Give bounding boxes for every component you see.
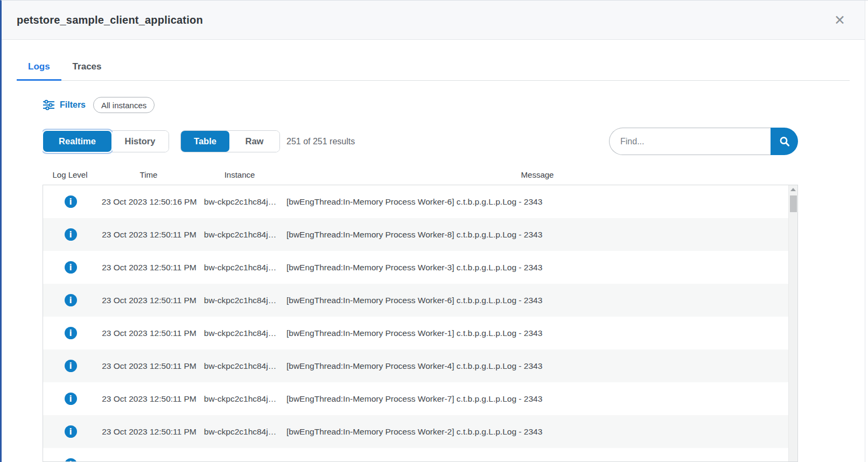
search-box: [609, 128, 798, 155]
log-rows: i23 Oct 2023 12:50:16 PMbw-ckpc2c1hc84j……: [43, 185, 788, 462]
filters-button[interactable]: Filters: [43, 100, 86, 110]
info-icon: i: [65, 261, 77, 274]
table-header-row: Log Level Time Instance Message: [43, 170, 798, 179]
search-input[interactable]: [609, 128, 771, 155]
tab-bar: Logs Traces: [17, 56, 850, 81]
info-icon: i: [65, 294, 77, 306]
log-level-cell: i: [43, 393, 98, 405]
raw-button[interactable]: Raw: [229, 131, 279, 152]
message-cell: [bwEngThread:In-Memory Process Worker-6]…: [280, 296, 788, 305]
message-cell: [bwEngThread:In-Memory Process Worker-3]…: [280, 263, 788, 272]
instance-cell: bw-ckpc2c1hc84j…: [200, 427, 280, 437]
application-log-dialog: petstore_sample_client_application ✕ Log…: [0, 0, 868, 462]
table-row[interactable]: i23 Oct 2023 12:50:11 PMbw-ckpc2c1hc84j……: [43, 382, 788, 415]
table-row[interactable]: i: [43, 448, 788, 462]
message-cell: [bwEngThread:In-Memory Process Worker-8]…: [280, 230, 788, 240]
table-row[interactable]: i23 Oct 2023 12:50:11 PMbw-ckpc2c1hc84j……: [43, 218, 788, 251]
info-icon: i: [65, 327, 77, 339]
modal: petstore_sample_client_application ✕ Log…: [2, 1, 865, 462]
table-row[interactable]: i23 Oct 2023 12:50:16 PMbw-ckpc2c1hc84j……: [43, 185, 788, 218]
log-level-cell: i: [43, 327, 98, 339]
instance-cell: bw-ckpc2c1hc84j…: [200, 328, 280, 338]
realtime-button[interactable]: Realtime: [43, 131, 111, 152]
table-row[interactable]: i23 Oct 2023 12:50:11 PMbw-ckpc2c1hc84j……: [43, 251, 788, 284]
instance-cell: bw-ckpc2c1hc84j…: [200, 263, 280, 272]
table-row[interactable]: i23 Oct 2023 12:50:11 PMbw-ckpc2c1hc84j……: [43, 415, 788, 448]
close-icon[interactable]: ✕: [830, 11, 850, 29]
instance-cell: bw-ckpc2c1hc84j…: [200, 197, 280, 207]
message-cell: [bwEngThread:In-Memory Process Worker-6]…: [280, 197, 788, 207]
time-cell: 23 Oct 2023 12:50:11 PM: [98, 361, 200, 371]
log-table: i23 Oct 2023 12:50:16 PMbw-ckpc2c1hc84j……: [43, 185, 798, 462]
log-level-cell: i: [43, 425, 98, 438]
message-cell: [bwEngThread:In-Memory Process Worker-4]…: [280, 361, 788, 371]
time-cell: 23 Oct 2023 12:50:11 PM: [98, 263, 200, 272]
search-button[interactable]: [771, 128, 798, 155]
table-button[interactable]: Table: [181, 131, 229, 152]
instance-cell: bw-ckpc2c1hc84j…: [200, 394, 280, 404]
time-cell: 23 Oct 2023 12:50:11 PM: [98, 427, 200, 437]
view-toggle-group: Table Raw: [180, 130, 280, 152]
page-title: petstore_sample_client_application: [17, 14, 203, 26]
message-cell: [bwEngThread:In-Memory Process Worker-2]…: [280, 427, 788, 437]
scroll-up-icon[interactable]: [789, 185, 797, 194]
instance-cell: bw-ckpc2c1hc84j…: [200, 361, 280, 371]
info-icon: i: [65, 195, 77, 208]
time-cell: 23 Oct 2023 12:50:16 PM: [98, 197, 200, 207]
column-header-time: Time: [97, 170, 200, 179]
info-icon: i: [65, 228, 77, 241]
scrollbar-thumb[interactable]: [790, 195, 797, 212]
info-icon: i: [65, 458, 77, 462]
time-cell: 23 Oct 2023 12:50:11 PM: [98, 230, 200, 240]
filters-label: Filters: [60, 100, 86, 110]
table-row[interactable]: i23 Oct 2023 12:50:11 PMbw-ckpc2c1hc84j……: [43, 284, 788, 317]
log-level-cell: i: [43, 360, 98, 372]
table-row[interactable]: i23 Oct 2023 12:50:11 PMbw-ckpc2c1hc84j……: [43, 317, 788, 349]
info-icon: i: [65, 393, 77, 405]
modal-body: Logs Traces: [2, 40, 865, 462]
log-level-cell: i: [43, 228, 98, 241]
controls-row: Realtime History Table Raw 251 of 251 re…: [43, 128, 798, 155]
results-count: 251 of 251 results: [286, 137, 355, 146]
table-scrollbar[interactable]: [788, 185, 797, 461]
search-icon: [779, 136, 790, 148]
instance-cell: bw-ckpc2c1hc84j…: [200, 296, 280, 305]
time-cell: 23 Oct 2023 12:50:11 PM: [98, 394, 200, 404]
message-cell: [bwEngThread:In-Memory Process Worker-1]…: [280, 328, 788, 338]
column-header-message: Message: [279, 170, 789, 179]
table-row[interactable]: i23 Oct 2023 12:50:11 PMbw-ckpc2c1hc84j……: [43, 349, 788, 382]
modal-header: petstore_sample_client_application ✕: [2, 1, 865, 40]
time-cell: 23 Oct 2023 12:50:11 PM: [98, 328, 200, 338]
info-icon: i: [65, 425, 77, 438]
mode-toggle-group: Realtime History: [43, 130, 169, 152]
log-level-cell: i: [43, 458, 98, 462]
log-level-cell: i: [43, 261, 98, 274]
info-icon: i: [65, 360, 77, 372]
filters-row: Filters All instances: [43, 97, 798, 113]
all-instances-chip[interactable]: All instances: [93, 97, 155, 113]
column-header-instance: Instance: [200, 170, 279, 179]
sliders-icon: [43, 100, 55, 110]
tab-logs[interactable]: Logs: [17, 56, 61, 81]
history-button[interactable]: History: [111, 131, 169, 152]
time-cell: 23 Oct 2023 12:50:11 PM: [98, 296, 200, 305]
log-level-cell: i: [43, 294, 98, 306]
logs-panel: Filters All instances Realtime History T…: [43, 81, 798, 462]
message-cell: [bwEngThread:In-Memory Process Worker-7]…: [280, 394, 788, 404]
tab-traces[interactable]: Traces: [61, 56, 113, 81]
instance-cell: bw-ckpc2c1hc84j…: [200, 230, 280, 240]
column-header-log-level: Log Level: [43, 170, 97, 179]
log-level-cell: i: [43, 195, 98, 208]
